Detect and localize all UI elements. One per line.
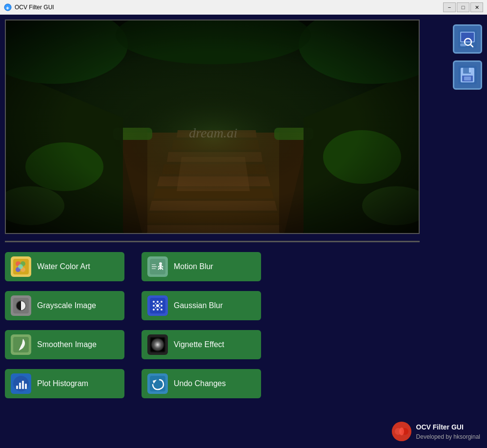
svg-rect-85: [464, 77, 471, 80]
left-panel: dream.ai Water Color Art: [0, 19, 448, 443]
svg-rect-83: [469, 68, 471, 73]
svg-point-57: [157, 309, 159, 311]
scene-svg: dream.ai: [6, 20, 420, 234]
svg-rect-63: [13, 337, 29, 352]
logo-svg: [392, 422, 411, 441]
svg-rect-66: [151, 338, 164, 351]
title-bar: ◈ OCV Filter GUI − □ ✕: [0, 0, 487, 15]
svg-point-54: [156, 304, 159, 307]
svg-point-59: [155, 303, 157, 305]
image-display: dream.ai: [5, 19, 420, 234]
app-name: OCV Filter GUI: [416, 422, 480, 432]
undo-changes-button[interactable]: Undo Changes: [142, 369, 261, 398]
grayscale-svg: [13, 298, 29, 313]
svg-point-41: [159, 262, 162, 265]
svg-point-60: [159, 303, 161, 305]
svg-point-56: [153, 309, 155, 311]
watercolor-svg: [13, 259, 29, 274]
window-title: OCV Filter GUI: [15, 4, 440, 11]
undo-svg: [150, 376, 165, 391]
svg-point-50: [153, 301, 155, 303]
smoothen-image-button[interactable]: Smoothen Image: [5, 330, 124, 359]
preview-button[interactable]: [453, 24, 482, 54]
svg-point-51: [157, 301, 159, 303]
smoothen-icon: [11, 334, 31, 355]
maximize-button[interactable]: □: [457, 2, 469, 12]
save-button[interactable]: [453, 60, 482, 90]
svg-point-53: [153, 305, 155, 307]
vignette-svg: [150, 337, 165, 352]
main-content: dream.ai Water Color Art: [0, 15, 487, 448]
svg-point-62: [159, 307, 161, 309]
vignette-icon: [147, 334, 168, 355]
svg-point-61: [155, 307, 157, 309]
svg-text:dream.ai: dream.ai: [189, 125, 237, 140]
app-icon: ◈: [4, 3, 12, 11]
svg-rect-76: [461, 33, 474, 41]
grayscale-image-button[interactable]: Grayscale Image: [5, 291, 124, 320]
svg-point-36: [18, 264, 23, 269]
motion-blur-button[interactable]: Motion Blur: [142, 252, 261, 281]
gaussian-blur-button[interactable]: Gaussian Blur: [142, 291, 261, 320]
water-color-art-button[interactable]: Water Color Art: [5, 252, 124, 281]
smoothen-svg: [13, 337, 29, 352]
separator: [5, 241, 420, 242]
undo-icon: [147, 373, 168, 394]
svg-rect-79: [460, 43, 466, 46]
svg-rect-71: [25, 384, 27, 389]
motion-icon: [147, 256, 168, 277]
histogram-svg: [13, 376, 29, 391]
watercolor-icon: [11, 256, 31, 277]
svg-rect-68: [16, 386, 18, 389]
svg-point-89: [399, 428, 404, 435]
branding-logo: [392, 422, 411, 441]
svg-point-52: [161, 301, 162, 303]
motion-svg: [150, 259, 165, 274]
svg-point-55: [161, 305, 162, 307]
branding-text: OCV Filter GUI Developed by hksorginal: [416, 422, 480, 441]
gaussian-svg: [150, 298, 165, 313]
grayscale-icon: [11, 295, 31, 316]
window-controls: − □ ✕: [443, 2, 483, 12]
save-icon: [458, 66, 477, 84]
svg-rect-70: [22, 381, 24, 389]
right-panel: [448, 19, 487, 443]
minimize-button[interactable]: −: [443, 2, 456, 12]
branding: OCV Filter GUI Developed by hksorginal: [392, 422, 480, 441]
svg-text:◈: ◈: [6, 5, 9, 10]
vignette-effect-button[interactable]: Vignette Effect: [142, 330, 261, 359]
plot-histogram-button[interactable]: Plot Histogram: [5, 369, 124, 398]
close-button[interactable]: ✕: [470, 2, 483, 12]
developer: Developed by hksorginal: [416, 432, 480, 441]
gaussian-icon: [147, 295, 168, 316]
histogram-icon: [11, 373, 31, 394]
preview-icon: [458, 30, 477, 48]
svg-rect-69: [19, 383, 21, 389]
svg-point-58: [161, 309, 162, 311]
filter-buttons-grid: Water Color Art: [5, 252, 443, 398]
